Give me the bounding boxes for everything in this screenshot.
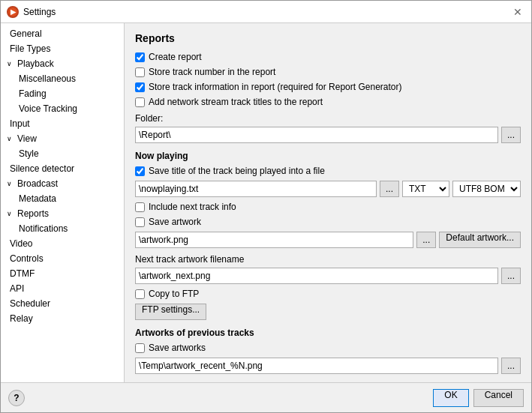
store-track-info-label[interactable]: Store track information in report (requi… bbox=[149, 82, 401, 92]
add-network-stream-checkbox[interactable] bbox=[135, 97, 145, 107]
include-next-row: Include next track info bbox=[135, 202, 521, 212]
footer: ? OK Cancel bbox=[1, 382, 531, 412]
sidebar-item-api[interactable]: API bbox=[1, 281, 124, 296]
content-area: General File Types ∨ Playback Miscellane… bbox=[1, 23, 531, 382]
sidebar-item-general[interactable]: General bbox=[1, 26, 124, 41]
main-panel: Reports Create report Store track number… bbox=[125, 23, 531, 382]
settings-window: ▶ Settings ✕ General File Types ∨ Playba… bbox=[0, 0, 532, 413]
save-artwork-label[interactable]: Save artwork bbox=[149, 217, 201, 227]
sidebar-item-broadcast[interactable]: ∨ Broadcast bbox=[1, 176, 124, 191]
copy-ftp-label[interactable]: Copy to FTP bbox=[149, 289, 199, 299]
artworks-previous-label: Artworks of previous tracks bbox=[135, 328, 521, 338]
artworks-previous-path-input[interactable] bbox=[135, 358, 498, 374]
save-artworks-label[interactable]: Save artworks bbox=[149, 343, 206, 353]
artworks-previous-input-row: ... bbox=[135, 358, 521, 374]
sidebar-item-notifications[interactable]: Notifications bbox=[1, 221, 124, 236]
folder-label: Folder: bbox=[135, 113, 521, 124]
footer-left: ? bbox=[8, 390, 25, 406]
sidebar: General File Types ∨ Playback Miscellane… bbox=[1, 23, 125, 382]
app-icon: ▶ bbox=[7, 6, 19, 18]
include-next-label[interactable]: Include next track info bbox=[149, 202, 236, 212]
store-track-number-row: Store track number in the report bbox=[135, 67, 521, 77]
artwork-input-row: ... Default artwork... bbox=[135, 232, 521, 248]
chevron-down-icon: ∨ bbox=[7, 210, 16, 217]
sidebar-item-input[interactable]: Input bbox=[1, 116, 124, 131]
sidebar-item-reports[interactable]: ∨ Reports bbox=[1, 206, 124, 221]
sidebar-item-style[interactable]: Style bbox=[1, 146, 124, 161]
add-network-stream-label[interactable]: Add network stream track titles to the r… bbox=[149, 97, 323, 107]
sidebar-item-scheduler[interactable]: Scheduler bbox=[1, 296, 124, 311]
sidebar-item-dtmf[interactable]: DTMF bbox=[1, 266, 124, 281]
artwork-browse-button[interactable]: ... bbox=[416, 232, 436, 248]
sidebar-item-file-types[interactable]: File Types bbox=[1, 41, 124, 56]
folder-input-row: ... bbox=[135, 127, 521, 143]
format-select[interactable]: TXT HTML XML bbox=[402, 181, 449, 197]
sidebar-item-voice-tracking[interactable]: Voice Tracking bbox=[1, 101, 124, 116]
sidebar-item-video[interactable]: Video bbox=[1, 236, 124, 251]
include-next-checkbox[interactable] bbox=[135, 202, 145, 212]
sidebar-item-playback[interactable]: ∨ Playback bbox=[1, 56, 124, 71]
ftp-settings-button[interactable]: FTP settings... bbox=[135, 304, 206, 320]
help-button[interactable]: ? bbox=[8, 390, 25, 406]
next-track-label: Next track artwork filename bbox=[135, 254, 521, 265]
ok-button[interactable]: OK bbox=[433, 389, 468, 407]
create-report-checkbox[interactable] bbox=[135, 52, 145, 62]
store-track-info-checkbox[interactable] bbox=[135, 82, 145, 92]
chevron-down-icon: ∨ bbox=[7, 180, 16, 187]
copy-ftp-checkbox[interactable] bbox=[135, 289, 145, 299]
save-title-checkbox[interactable] bbox=[135, 166, 145, 176]
chevron-down-icon: ∨ bbox=[7, 135, 16, 142]
next-track-input-row: ... bbox=[135, 268, 521, 284]
next-track-path-input[interactable] bbox=[135, 268, 498, 284]
title-bar: ▶ Settings ✕ bbox=[1, 1, 531, 23]
panel-title: Reports bbox=[135, 32, 521, 44]
now-playing-section-label: Now playing bbox=[135, 151, 521, 161]
create-report-label[interactable]: Create report bbox=[149, 52, 202, 62]
cancel-button[interactable]: Cancel bbox=[473, 389, 524, 407]
folder-input[interactable] bbox=[135, 127, 498, 143]
sidebar-item-silence-detector[interactable]: Silence detector bbox=[1, 161, 124, 176]
artworks-previous-browse-button[interactable]: ... bbox=[501, 358, 521, 374]
next-track-browse-button[interactable]: ... bbox=[501, 268, 521, 284]
sidebar-item-metadata[interactable]: Metadata bbox=[1, 191, 124, 206]
footer-right: OK Cancel bbox=[433, 389, 524, 407]
sidebar-item-fading[interactable]: Fading bbox=[1, 86, 124, 101]
window-title: Settings bbox=[23, 7, 56, 17]
encoding-select[interactable]: UTF8 BOM UTF8 ANSI bbox=[452, 181, 521, 197]
save-title-label[interactable]: Save title of the track being played int… bbox=[149, 166, 325, 176]
title-bar-left: ▶ Settings bbox=[7, 6, 56, 18]
sidebar-item-view[interactable]: ∨ View bbox=[1, 131, 124, 146]
store-track-number-label[interactable]: Store track number in the report bbox=[149, 67, 275, 77]
nowplaying-browse-button[interactable]: ... bbox=[380, 181, 399, 197]
nowplaying-input-row: ... TXT HTML XML UTF8 BOM UTF8 ANSI bbox=[135, 181, 521, 197]
store-track-info-row: Store track information in report (requi… bbox=[135, 82, 521, 92]
create-report-row: Create report bbox=[135, 52, 521, 62]
chevron-down-icon: ∨ bbox=[7, 60, 16, 67]
sidebar-item-miscellaneous[interactable]: Miscellaneous bbox=[1, 71, 124, 86]
default-artwork-button[interactable]: Default artwork... bbox=[439, 232, 521, 248]
sidebar-item-relay[interactable]: Relay bbox=[1, 311, 124, 326]
save-artwork-checkbox[interactable] bbox=[135, 217, 145, 227]
copy-ftp-row: Copy to FTP bbox=[135, 289, 521, 299]
sidebar-item-controls[interactable]: Controls bbox=[1, 251, 124, 266]
nowplaying-filename-input[interactable] bbox=[135, 181, 377, 197]
add-network-stream-row: Add network stream track titles to the r… bbox=[135, 97, 521, 107]
close-button[interactable]: ✕ bbox=[510, 4, 525, 19]
save-title-row: Save title of the track being played int… bbox=[135, 166, 521, 176]
folder-browse-button[interactable]: ... bbox=[501, 127, 521, 143]
save-artworks-checkbox[interactable] bbox=[135, 343, 145, 353]
save-artwork-row: Save artwork bbox=[135, 217, 521, 227]
save-artworks-row: Save artworks bbox=[135, 343, 521, 353]
store-track-number-checkbox[interactable] bbox=[135, 67, 145, 77]
artwork-path-input[interactable] bbox=[135, 232, 413, 248]
